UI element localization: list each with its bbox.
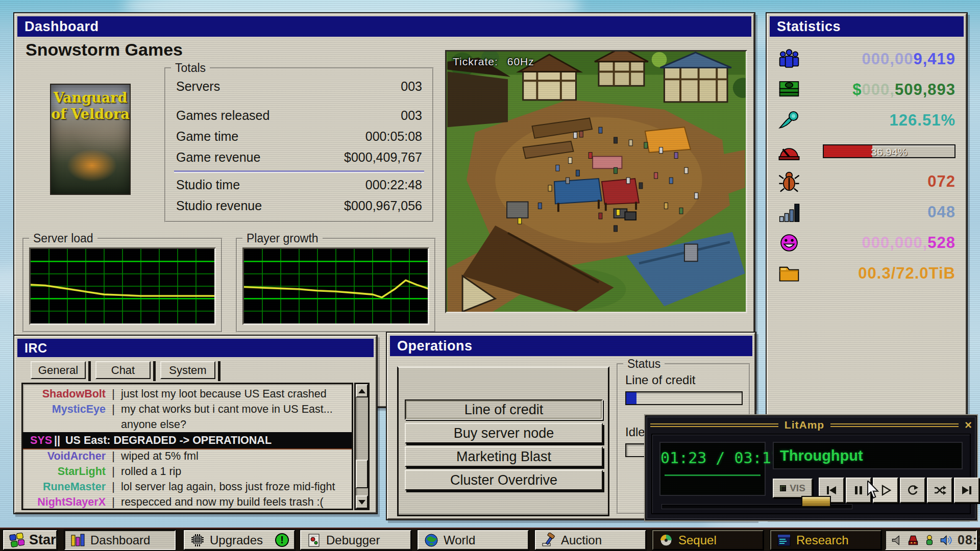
server-load-legend: Server load — [29, 232, 97, 245]
irc-separator: | — [110, 465, 117, 478]
totals-value: $000,967,056 — [344, 198, 422, 213]
fez-tray-icon[interactable] — [906, 534, 920, 547]
totals-divider — [174, 170, 424, 172]
taskbar-button-debugger[interactable]: Debugger — [300, 530, 411, 550]
game-viewport-scene — [447, 52, 746, 312]
previous-icon — [825, 484, 838, 497]
start-button[interactable]: Start — [3, 530, 57, 550]
totals-row: Studio revenue $000,967,056 — [168, 195, 430, 216]
tickrate-label: Tickrate:60Hz — [453, 56, 534, 68]
litamp-title: LitAmp — [785, 419, 824, 431]
irc-separator: | — [110, 403, 117, 416]
totals-row: Game time 000:05:08 — [168, 126, 430, 147]
taskbar-button-sequel[interactable]: Sequel — [652, 530, 764, 550]
dashboard-icon — [70, 533, 86, 548]
totals-groupbox: Totals Servers 003 Games released 003 Ga… — [164, 67, 434, 222]
playback-tray-icon[interactable] — [890, 534, 903, 547]
litamp-time: 01:23 / 03:11 — [660, 443, 765, 467]
bug-icon — [778, 170, 800, 193]
irc-nick: NightSlayerX — [23, 496, 106, 509]
game-viewport[interactable]: Tickrate:60Hz — [445, 50, 747, 313]
totals-value: 000:05:08 — [365, 129, 422, 144]
irc-message-text: respecced and now my build feels trash :… — [121, 496, 324, 509]
litamp-titlebar[interactable]: LitAmp × — [650, 418, 972, 432]
litamp-volume-slider[interactable] — [662, 504, 852, 509]
stat-value: 000,009,419 — [862, 50, 955, 68]
taskbar-button-label: World — [444, 533, 475, 547]
button-label: Line of credit — [464, 402, 544, 418]
taskbar-button-upgrades[interactable]: Upgrades ! — [184, 530, 295, 550]
shuffle-button[interactable] — [927, 478, 952, 503]
studio-name: Snowstorm Games — [26, 40, 183, 60]
growth-icon — [778, 109, 800, 132]
taskbar-button-label: Debugger — [326, 533, 380, 547]
pause-button[interactable] — [846, 478, 871, 503]
vis-toggle-button[interactable]: VIS — [773, 479, 813, 498]
repeat-button[interactable] — [900, 478, 925, 503]
totals-value: 000:22:48 — [365, 178, 422, 192]
storage-icon — [778, 262, 800, 285]
volume-tray-icon[interactable] — [939, 534, 952, 547]
litamp-window: LitAmp × 01:23 / 03:11 Throughput VIS — [645, 415, 977, 520]
scroll-up-button[interactable] — [356, 384, 368, 397]
character-tray-icon[interactable] — [923, 534, 936, 547]
taskbar-button-auction[interactable]: Auction — [535, 530, 646, 550]
scrollbar-thumb[interactable] — [356, 460, 368, 488]
progress-fill — [626, 392, 636, 404]
totals-value: 003 — [401, 79, 422, 94]
taskbar-button-dashboard[interactable]: Dashboard — [64, 530, 176, 550]
statistics-titlebar[interactable]: Statistics — [770, 16, 964, 37]
stat-row: 000,009,419 — [770, 44, 964, 74]
button-label: Cluster Overdrive — [450, 472, 557, 488]
taskbar-button-label: Dashboard — [90, 533, 150, 547]
irc-nick: SYS — [30, 434, 52, 447]
game-cover[interactable]: Vanguard of Veldora — [50, 84, 131, 195]
play-button[interactable] — [873, 478, 898, 503]
world-icon — [424, 533, 439, 548]
irc-scrollbar[interactable] — [354, 383, 370, 510]
tab-chat[interactable]: Chat — [95, 361, 151, 379]
irc-titlebar[interactable]: IRC — [17, 339, 374, 357]
vis-label: VIS — [790, 483, 805, 494]
status-label: Line of credit — [625, 373, 695, 387]
buy-server-node-button[interactable]: Buy server node — [405, 423, 603, 443]
operations-titlebar[interactable]: Operations — [390, 336, 752, 356]
totals-label: Game revenue — [176, 150, 260, 165]
irc-nick: MysticEye — [23, 403, 106, 416]
debugger-icon — [306, 533, 322, 548]
close-icon[interactable]: × — [965, 419, 972, 431]
totals-row: Studio time 000:22:48 — [168, 174, 430, 195]
irc-separator: | — [110, 496, 117, 509]
irc-separator: || — [54, 434, 60, 447]
next-button[interactable] — [954, 478, 979, 503]
irc-message-text: wiped at 5% fml — [121, 450, 199, 463]
taskbar-button-world[interactable]: World — [418, 530, 529, 550]
irc-message: VoidArcher | wiped at 5% fml — [23, 448, 352, 464]
stat-row: 36.94% — [770, 136, 964, 166]
taskbar-button-label: Upgrades — [210, 533, 263, 547]
line-of-credit-button[interactable]: Line of credit — [405, 399, 603, 420]
tab-system[interactable]: System — [160, 361, 215, 379]
tab-label: System — [169, 364, 206, 377]
dashboard-titlebar[interactable]: Dashboard — [17, 16, 751, 37]
scroll-down-button[interactable] — [356, 495, 368, 509]
marketing-blast-button[interactable]: Marketing Blast — [405, 446, 603, 467]
arrow-down-icon — [358, 500, 365, 505]
irc-message-text: US East: DEGRADED -> OPERATIONAL — [65, 434, 272, 447]
status-progress-bar — [625, 391, 743, 405]
upgrades-icon — [190, 533, 205, 548]
operations-button-panel: Line of credit Buy server node Marketing… — [397, 366, 609, 516]
game-cover-title: Vanguard of Veldora — [51, 85, 130, 123]
irc-separator: | — [110, 450, 117, 463]
server-load-groupbox: Server load — [22, 238, 223, 333]
research-icon — [776, 533, 792, 548]
slider-handle[interactable] — [801, 496, 831, 507]
tab-general[interactable]: General — [31, 361, 86, 379]
irc-nick: RuneMaster — [23, 481, 106, 493]
cluster-overdrive-button[interactable]: Cluster Overdrive — [405, 470, 603, 490]
irc-title: IRC — [24, 341, 47, 356]
taskbar-button-research[interactable]: Research — [770, 530, 881, 550]
play-icon — [879, 484, 892, 497]
litamp-seek-line — [665, 474, 761, 476]
totals-legend: Totals — [171, 61, 210, 75]
